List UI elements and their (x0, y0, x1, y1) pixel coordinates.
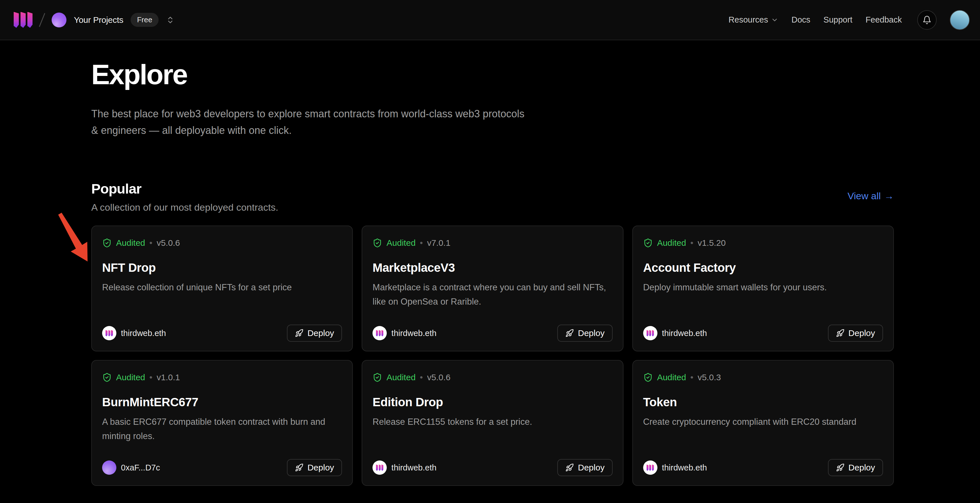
publisher-name: thirdweb.eth (121, 329, 166, 338)
rocket-icon (295, 329, 304, 337)
header-left: Your Projects Free (14, 12, 175, 28)
contract-description: Create cryptocurrency compliant with ERC… (643, 415, 883, 429)
logo-bar (21, 12, 25, 28)
contract-card[interactable]: Audited • v1.5.20 Account Factory Deploy… (632, 225, 894, 351)
publisher-link[interactable]: 0xaF...D7c (102, 460, 160, 475)
contract-description: Release collection of unique NFTs for a … (102, 280, 342, 295)
contract-description: Release ERC1155 tokens for a set price. (372, 415, 612, 429)
deploy-label: Deploy (578, 463, 605, 473)
contract-card-grid: Audited • v5.0.6 NFT Drop Release collec… (91, 225, 894, 486)
shield-check-icon (643, 372, 653, 382)
version-label: v5.0.6 (157, 238, 180, 248)
publisher-name: thirdweb.eth (391, 463, 436, 473)
dot-separator: • (150, 238, 153, 248)
deploy-label: Deploy (307, 328, 334, 338)
deploy-label: Deploy (578, 328, 605, 338)
shield-check-icon (372, 372, 382, 382)
project-avatar[interactable] (52, 13, 67, 27)
card-footer: thirdweb.eth Deploy (372, 459, 612, 476)
nav-support[interactable]: Support (823, 15, 853, 24)
chevron-down-icon (771, 16, 778, 24)
publisher-avatar (102, 326, 116, 340)
page-title: Explore (91, 59, 894, 91)
contract-description: Marketplace is a contract where you can … (372, 280, 612, 309)
card-meta-row: Audited • v7.0.1 (372, 238, 612, 248)
version-label: v7.0.1 (427, 238, 451, 248)
card-meta-row: Audited • v5.0.3 (643, 372, 883, 382)
card-meta-row: Audited • v5.0.6 (372, 372, 612, 382)
contract-card[interactable]: Audited • v5.0.6 NFT Drop Release collec… (91, 225, 353, 351)
project-name[interactable]: Your Projects (74, 15, 123, 25)
popular-subtitle: A collection of our most deployed contra… (91, 202, 894, 213)
rocket-icon (836, 329, 845, 337)
shield-check-icon (102, 372, 112, 382)
chevrons-up-down-icon (166, 16, 175, 24)
publisher-link[interactable]: thirdweb.eth (372, 326, 436, 340)
publisher-avatar (643, 460, 657, 475)
card-footer: 0xaF...D7c Deploy (102, 459, 342, 476)
publisher-link[interactable]: thirdweb.eth (372, 460, 436, 475)
user-avatar[interactable] (950, 10, 970, 30)
notifications-button[interactable] (917, 10, 937, 30)
dot-separator: • (690, 372, 694, 382)
publisher-avatar (372, 460, 387, 475)
deploy-label: Deploy (848, 463, 875, 473)
contract-title: Edition Drop (372, 395, 612, 409)
deploy-button[interactable]: Deploy (557, 324, 612, 342)
top-header: Your Projects Free Resources Docs Suppor… (0, 0, 980, 40)
shield-check-icon (102, 238, 112, 248)
version-label: v5.0.3 (698, 372, 721, 382)
thirdweb-logo-icon[interactable] (14, 12, 32, 28)
publisher-name: thirdweb.eth (662, 329, 707, 338)
contract-title: NFT Drop (102, 261, 342, 275)
contract-description: Deploy immutable smart wallets for your … (643, 280, 883, 295)
plan-badge: Free (130, 13, 158, 27)
publisher-link[interactable]: thirdweb.eth (102, 326, 166, 340)
card-footer: thirdweb.eth Deploy (643, 459, 883, 476)
publisher-avatar (102, 460, 116, 475)
project-switcher-button[interactable] (166, 16, 175, 24)
deploy-label: Deploy (307, 463, 334, 473)
card-meta-row: Audited • v1.5.20 (643, 238, 883, 248)
contract-description: A basic ERC677 compatible token contract… (102, 415, 342, 443)
logo-bar (14, 12, 19, 28)
shield-check-icon (372, 238, 382, 248)
publisher-avatar (372, 326, 387, 340)
thirdweb-mini-logo-icon (105, 330, 113, 336)
dot-separator: • (420, 372, 423, 382)
publisher-link[interactable]: thirdweb.eth (643, 326, 707, 340)
publisher-name: thirdweb.eth (662, 463, 707, 473)
audited-badge: Audited (116, 238, 145, 248)
audited-badge: Audited (387, 238, 415, 248)
contract-card[interactable]: Audited • v5.0.6 Edition Drop Release ER… (362, 360, 623, 486)
contract-card[interactable]: Audited • v7.0.1 MarketplaceV3 Marketpla… (362, 225, 623, 351)
dot-separator: • (420, 238, 423, 248)
dot-separator: • (150, 372, 153, 382)
card-footer: thirdweb.eth Deploy (643, 324, 883, 342)
nav-docs[interactable]: Docs (791, 15, 810, 24)
view-all-link[interactable]: View all → (847, 190, 894, 201)
contract-title: Account Factory (643, 261, 883, 275)
deploy-button[interactable]: Deploy (287, 324, 342, 342)
rocket-icon (565, 463, 574, 472)
deploy-button[interactable]: Deploy (557, 459, 612, 476)
thirdweb-mini-logo-icon (647, 465, 654, 471)
nav-resources[interactable]: Resources (729, 15, 778, 24)
contract-card[interactable]: Audited • v5.0.3 Token Create cryptocurr… (632, 360, 894, 486)
breadcrumb-separator (39, 13, 45, 27)
popular-section-header: Popular A collection of our most deploye… (91, 181, 894, 213)
nav-feedback[interactable]: Feedback (865, 15, 902, 24)
nav-docs-label: Docs (791, 15, 810, 24)
rocket-icon (565, 329, 574, 337)
audited-badge: Audited (387, 372, 415, 382)
card-meta-row: Audited • v5.0.6 (102, 238, 342, 248)
deploy-button[interactable]: Deploy (287, 459, 342, 476)
deploy-button[interactable]: Deploy (828, 459, 883, 476)
deploy-button[interactable]: Deploy (828, 324, 883, 342)
thirdweb-mini-logo-icon (647, 330, 654, 336)
publisher-name: 0xaF...D7c (121, 463, 160, 473)
logo-bar (27, 12, 32, 28)
contract-card[interactable]: Audited • v1.0.1 BurnMintERC677 A basic … (91, 360, 353, 486)
publisher-link[interactable]: thirdweb.eth (643, 460, 707, 475)
page-description: The best place for web3 developers to ex… (91, 105, 528, 139)
